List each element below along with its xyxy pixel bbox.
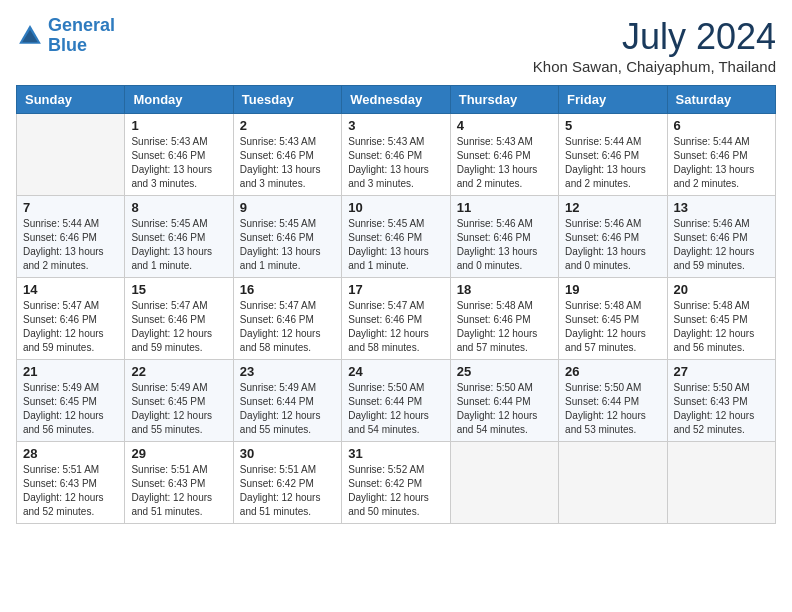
calendar-cell: 15Sunrise: 5:47 AMSunset: 6:46 PMDayligh…: [125, 278, 233, 360]
calendar-cell: [450, 442, 558, 524]
calendar-cell: [17, 114, 125, 196]
calendar-cell: 1Sunrise: 5:43 AMSunset: 6:46 PMDaylight…: [125, 114, 233, 196]
calendar-cell: 12Sunrise: 5:46 AMSunset: 6:46 PMDayligh…: [559, 196, 667, 278]
day-info: Sunrise: 5:52 AMSunset: 6:42 PMDaylight:…: [348, 463, 443, 519]
calendar-cell: 27Sunrise: 5:50 AMSunset: 6:43 PMDayligh…: [667, 360, 775, 442]
day-info: Sunrise: 5:51 AMSunset: 6:43 PMDaylight:…: [131, 463, 226, 519]
day-number: 8: [131, 200, 226, 215]
day-number: 30: [240, 446, 335, 461]
day-info: Sunrise: 5:48 AMSunset: 6:46 PMDaylight:…: [457, 299, 552, 355]
logo-text: General Blue: [48, 16, 115, 56]
day-info: Sunrise: 5:47 AMSunset: 6:46 PMDaylight:…: [240, 299, 335, 355]
calendar-cell: 17Sunrise: 5:47 AMSunset: 6:46 PMDayligh…: [342, 278, 450, 360]
day-info: Sunrise: 5:44 AMSunset: 6:46 PMDaylight:…: [23, 217, 118, 273]
day-number: 14: [23, 282, 118, 297]
day-info: Sunrise: 5:45 AMSunset: 6:46 PMDaylight:…: [240, 217, 335, 273]
calendar-cell: 24Sunrise: 5:50 AMSunset: 6:44 PMDayligh…: [342, 360, 450, 442]
calendar-cell: 30Sunrise: 5:51 AMSunset: 6:42 PMDayligh…: [233, 442, 341, 524]
day-info: Sunrise: 5:46 AMSunset: 6:46 PMDaylight:…: [565, 217, 660, 273]
day-info: Sunrise: 5:50 AMSunset: 6:43 PMDaylight:…: [674, 381, 769, 437]
day-number: 10: [348, 200, 443, 215]
calendar-cell: 13Sunrise: 5:46 AMSunset: 6:46 PMDayligh…: [667, 196, 775, 278]
day-number: 2: [240, 118, 335, 133]
weekday-header: Thursday: [450, 86, 558, 114]
day-number: 24: [348, 364, 443, 379]
day-number: 16: [240, 282, 335, 297]
day-info: Sunrise: 5:46 AMSunset: 6:46 PMDaylight:…: [674, 217, 769, 273]
calendar-header-row: SundayMondayTuesdayWednesdayThursdayFrid…: [17, 86, 776, 114]
logo-line2: Blue: [48, 35, 87, 55]
calendar-cell: 9Sunrise: 5:45 AMSunset: 6:46 PMDaylight…: [233, 196, 341, 278]
day-info: Sunrise: 5:49 AMSunset: 6:44 PMDaylight:…: [240, 381, 335, 437]
day-info: Sunrise: 5:51 AMSunset: 6:43 PMDaylight:…: [23, 463, 118, 519]
day-number: 27: [674, 364, 769, 379]
weekday-header: Wednesday: [342, 86, 450, 114]
calendar-cell: 29Sunrise: 5:51 AMSunset: 6:43 PMDayligh…: [125, 442, 233, 524]
calendar-cell: 25Sunrise: 5:50 AMSunset: 6:44 PMDayligh…: [450, 360, 558, 442]
day-number: 17: [348, 282, 443, 297]
day-info: Sunrise: 5:44 AMSunset: 6:46 PMDaylight:…: [565, 135, 660, 191]
day-number: 19: [565, 282, 660, 297]
weekday-header: Friday: [559, 86, 667, 114]
calendar-body: 1Sunrise: 5:43 AMSunset: 6:46 PMDaylight…: [17, 114, 776, 524]
day-info: Sunrise: 5:51 AMSunset: 6:42 PMDaylight:…: [240, 463, 335, 519]
calendar-cell: 22Sunrise: 5:49 AMSunset: 6:45 PMDayligh…: [125, 360, 233, 442]
calendar-cell: 21Sunrise: 5:49 AMSunset: 6:45 PMDayligh…: [17, 360, 125, 442]
calendar-cell: 7Sunrise: 5:44 AMSunset: 6:46 PMDaylight…: [17, 196, 125, 278]
logo-line1: General: [48, 15, 115, 35]
day-number: 23: [240, 364, 335, 379]
day-number: 15: [131, 282, 226, 297]
calendar-week-row: 1Sunrise: 5:43 AMSunset: 6:46 PMDaylight…: [17, 114, 776, 196]
day-number: 26: [565, 364, 660, 379]
day-number: 11: [457, 200, 552, 215]
calendar-cell: 20Sunrise: 5:48 AMSunset: 6:45 PMDayligh…: [667, 278, 775, 360]
calendar-week-row: 21Sunrise: 5:49 AMSunset: 6:45 PMDayligh…: [17, 360, 776, 442]
calendar-cell: 23Sunrise: 5:49 AMSunset: 6:44 PMDayligh…: [233, 360, 341, 442]
day-number: 25: [457, 364, 552, 379]
calendar-cell: [667, 442, 775, 524]
day-info: Sunrise: 5:44 AMSunset: 6:46 PMDaylight:…: [674, 135, 769, 191]
calendar-cell: 10Sunrise: 5:45 AMSunset: 6:46 PMDayligh…: [342, 196, 450, 278]
calendar-cell: 14Sunrise: 5:47 AMSunset: 6:46 PMDayligh…: [17, 278, 125, 360]
day-number: 21: [23, 364, 118, 379]
day-number: 4: [457, 118, 552, 133]
day-number: 28: [23, 446, 118, 461]
day-number: 1: [131, 118, 226, 133]
weekday-header: Tuesday: [233, 86, 341, 114]
day-number: 9: [240, 200, 335, 215]
calendar-cell: 11Sunrise: 5:46 AMSunset: 6:46 PMDayligh…: [450, 196, 558, 278]
day-number: 22: [131, 364, 226, 379]
calendar-cell: 4Sunrise: 5:43 AMSunset: 6:46 PMDaylight…: [450, 114, 558, 196]
day-info: Sunrise: 5:47 AMSunset: 6:46 PMDaylight:…: [131, 299, 226, 355]
day-number: 20: [674, 282, 769, 297]
day-info: Sunrise: 5:50 AMSunset: 6:44 PMDaylight:…: [565, 381, 660, 437]
logo-icon: [16, 22, 44, 50]
month-title: July 2024: [533, 16, 776, 58]
day-info: Sunrise: 5:47 AMSunset: 6:46 PMDaylight:…: [23, 299, 118, 355]
calendar-cell: 31Sunrise: 5:52 AMSunset: 6:42 PMDayligh…: [342, 442, 450, 524]
day-number: 29: [131, 446, 226, 461]
day-info: Sunrise: 5:43 AMSunset: 6:46 PMDaylight:…: [348, 135, 443, 191]
calendar-week-row: 7Sunrise: 5:44 AMSunset: 6:46 PMDaylight…: [17, 196, 776, 278]
day-number: 5: [565, 118, 660, 133]
calendar-cell: 18Sunrise: 5:48 AMSunset: 6:46 PMDayligh…: [450, 278, 558, 360]
day-info: Sunrise: 5:50 AMSunset: 6:44 PMDaylight:…: [348, 381, 443, 437]
weekday-header: Monday: [125, 86, 233, 114]
logo: General Blue: [16, 16, 115, 56]
calendar-table: SundayMondayTuesdayWednesdayThursdayFrid…: [16, 85, 776, 524]
calendar-cell: 26Sunrise: 5:50 AMSunset: 6:44 PMDayligh…: [559, 360, 667, 442]
calendar-header: SundayMondayTuesdayWednesdayThursdayFrid…: [17, 86, 776, 114]
day-number: 3: [348, 118, 443, 133]
day-info: Sunrise: 5:49 AMSunset: 6:45 PMDaylight:…: [131, 381, 226, 437]
calendar-cell: 8Sunrise: 5:45 AMSunset: 6:46 PMDaylight…: [125, 196, 233, 278]
day-number: 31: [348, 446, 443, 461]
location-title: Khon Sawan, Chaiyaphum, Thailand: [533, 58, 776, 75]
weekday-header: Saturday: [667, 86, 775, 114]
page-header: General Blue July 2024 Khon Sawan, Chaiy…: [16, 16, 776, 75]
day-info: Sunrise: 5:50 AMSunset: 6:44 PMDaylight:…: [457, 381, 552, 437]
day-info: Sunrise: 5:46 AMSunset: 6:46 PMDaylight:…: [457, 217, 552, 273]
calendar-cell: 28Sunrise: 5:51 AMSunset: 6:43 PMDayligh…: [17, 442, 125, 524]
day-info: Sunrise: 5:49 AMSunset: 6:45 PMDaylight:…: [23, 381, 118, 437]
day-info: Sunrise: 5:45 AMSunset: 6:46 PMDaylight:…: [131, 217, 226, 273]
calendar-week-row: 14Sunrise: 5:47 AMSunset: 6:46 PMDayligh…: [17, 278, 776, 360]
